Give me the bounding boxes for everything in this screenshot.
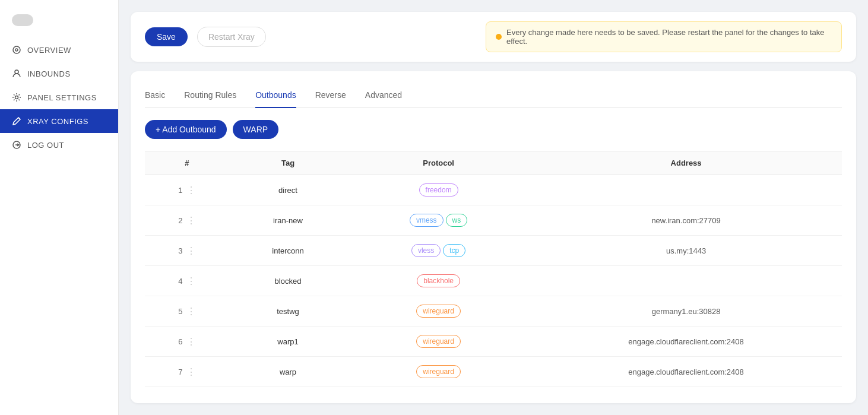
badge-wireguard: wireguard xyxy=(416,305,461,318)
row-tag-cell: warp xyxy=(229,357,347,387)
sidebar-item-xray-configs[interactable]: XRAY CONFIGS xyxy=(0,109,118,133)
col-header-address: Address xyxy=(530,151,842,175)
sidebar-item-overview[interactable]: OVERVIEW xyxy=(0,38,118,62)
row-tag-cell: testwg xyxy=(229,296,347,327)
row-num-cell: 2⋮ xyxy=(145,205,229,236)
row-menu-icon[interactable]: ⋮ xyxy=(186,185,196,196)
tab-advanced[interactable]: Advanced xyxy=(365,85,402,108)
logout-icon xyxy=(12,140,21,150)
theme-toggle[interactable] xyxy=(12,14,33,26)
svg-point-2 xyxy=(15,70,18,74)
overview-icon xyxy=(12,45,21,55)
col-header-protocol: Protocol xyxy=(347,151,530,175)
row-menu-icon[interactable]: ⋮ xyxy=(186,336,196,347)
tabs-bar: Basic Routing Rules Outbounds Reverse Ad… xyxy=(145,85,842,108)
row-protocol-cell: wireguard xyxy=(347,357,530,387)
tab-reverse[interactable]: Reverse xyxy=(315,85,346,108)
edit-icon xyxy=(12,116,21,126)
table-row: 2⋮iran-newvmesswsnew.iran.com:27709 xyxy=(145,205,842,236)
col-header-tag: Tag xyxy=(229,151,347,175)
row-menu-icon[interactable]: ⋮ xyxy=(186,215,196,226)
row-protocol-cell: vlesstcp xyxy=(347,236,530,266)
row-menu-icon[interactable]: ⋮ xyxy=(186,306,196,317)
row-address-cell: germany1.eu:30828 xyxy=(530,296,842,327)
row-tag-cell: blocked xyxy=(229,266,347,296)
action-bar: + Add Outbound WARP xyxy=(145,120,842,139)
svg-point-1 xyxy=(15,49,18,51)
row-address-cell: engage.cloudflareclient.com:2408 xyxy=(530,327,842,357)
row-num-cell: 3⋮ xyxy=(145,236,229,266)
row-menu-icon[interactable]: ⋮ xyxy=(186,245,196,256)
row-protocol-cell: vmessws xyxy=(347,205,530,236)
save-button[interactable]: Save xyxy=(145,27,188,46)
row-protocol-cell: wireguard xyxy=(347,296,530,327)
row-protocol-cell: wireguard xyxy=(347,327,530,357)
row-address-cell: engage.cloudflareclient.com:2408 xyxy=(530,357,842,387)
tab-basic[interactable]: Basic xyxy=(145,85,165,108)
warp-button[interactable]: WARP xyxy=(233,120,278,139)
settings-icon xyxy=(12,93,21,102)
row-address-cell: us.my:1443 xyxy=(530,236,842,266)
badge-ws: ws xyxy=(446,214,468,227)
row-tag-cell: warp1 xyxy=(229,327,347,357)
svg-point-0 xyxy=(13,46,20,53)
row-num-cell: 4⋮ xyxy=(145,266,229,296)
table-row: 4⋮blockedblackhole xyxy=(145,266,842,296)
row-address-cell xyxy=(530,175,842,205)
table-row: 3⋮interconnvlesstcpus.my:1443 xyxy=(145,236,842,266)
row-menu-icon[interactable]: ⋮ xyxy=(186,275,196,287)
notice-dot xyxy=(496,34,502,40)
row-protocol-cell: freedom xyxy=(347,175,530,205)
row-tag-cell: interconn xyxy=(229,236,347,266)
row-protocol-cell: blackhole xyxy=(347,266,530,296)
table-header-row: # Tag Protocol Address xyxy=(145,151,842,175)
table-row: 6⋮warp1wireguardengage.cloudflareclient.… xyxy=(145,327,842,357)
tab-outbounds[interactable]: Outbounds xyxy=(255,85,296,108)
add-outbound-label: + Add Outbound xyxy=(156,125,216,134)
col-header-num: # xyxy=(145,151,229,175)
svg-point-3 xyxy=(15,96,18,99)
table-row: 1⋮directfreedom xyxy=(145,175,842,205)
add-outbound-button[interactable]: + Add Outbound xyxy=(145,120,227,139)
table-row: 5⋮testwgwireguardgermany1.eu:30828 xyxy=(145,296,842,327)
row-num-cell: 7⋮ xyxy=(145,357,229,387)
badge-tcp: tcp xyxy=(443,244,465,257)
content-card: Basic Routing Rules Outbounds Reverse Ad… xyxy=(131,71,856,403)
badge-vless: vless xyxy=(411,244,441,257)
badge-wireguard: wireguard xyxy=(416,365,461,378)
badge-wireguard: wireguard xyxy=(416,335,461,348)
table-row: 7⋮warpwireguardengage.cloudflareclient.c… xyxy=(145,357,842,387)
sidebar-item-inbounds[interactable]: INBOUNDS xyxy=(0,62,118,85)
row-num-cell: 5⋮ xyxy=(145,296,229,327)
row-num-cell: 6⋮ xyxy=(145,327,229,357)
badge-blackhole: blackhole xyxy=(417,274,460,287)
notice-text: Every change made here needs to be saved… xyxy=(506,28,832,46)
sidebar-item-logout[interactable]: LOG OUT xyxy=(0,133,118,157)
outbounds-table: # Tag Protocol Address 1⋮directfreedom2⋮… xyxy=(145,151,842,387)
row-address-cell: new.iran.com:27709 xyxy=(530,205,842,236)
badge-vmess: vmess xyxy=(410,214,443,227)
tab-routing-rules[interactable]: Routing Rules xyxy=(184,85,236,108)
badge-freedom: freedom xyxy=(419,183,458,197)
sidebar: OVERVIEW INBOUNDS PANEL SETTINGS XRAY CO… xyxy=(0,0,119,415)
row-num-cell: 1⋮ xyxy=(145,175,229,205)
row-menu-icon[interactable]: ⋮ xyxy=(186,366,196,378)
restart-xray-button[interactable]: Restart Xray xyxy=(197,27,266,47)
sidebar-item-panel-settings[interactable]: PANEL SETTINGS xyxy=(0,85,118,109)
notice-box: Every change made here needs to be saved… xyxy=(486,21,842,52)
row-tag-cell: direct xyxy=(229,175,347,205)
sidebar-logo-area xyxy=(0,9,118,38)
row-address-cell xyxy=(530,266,842,296)
top-bar: Save Restart Xray Every change made here… xyxy=(131,12,856,62)
user-icon xyxy=(12,69,21,78)
main-content: Save Restart Xray Every change made here… xyxy=(119,0,868,415)
row-tag-cell: iran-new xyxy=(229,205,347,236)
